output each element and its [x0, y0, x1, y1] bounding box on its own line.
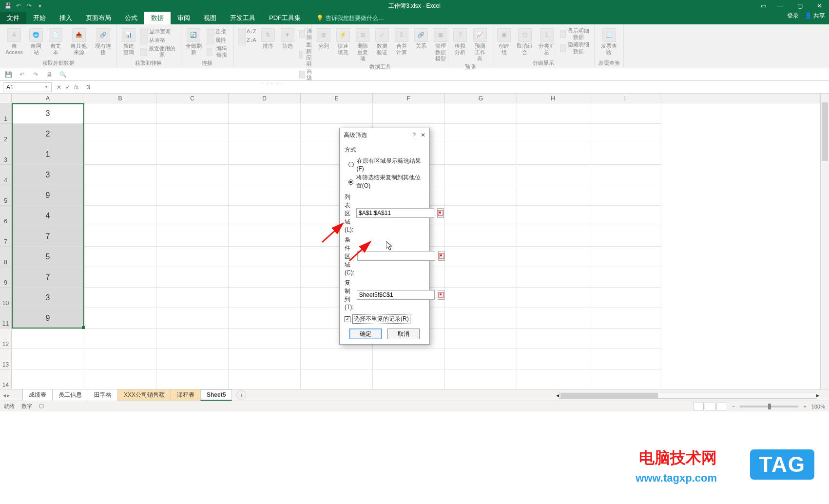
sheet-tab[interactable]: 员工信息 [52, 389, 88, 401]
cell[interactable] [517, 185, 589, 206]
name-box[interactable]: A1 ▼ [3, 82, 52, 92]
properties-button[interactable]: 属性 [206, 36, 231, 45]
cell[interactable] [445, 267, 517, 288]
scroll-right-icon[interactable]: ▸ [816, 392, 819, 399]
scroll-thumb[interactable] [560, 393, 658, 398]
remove-duplicates-button[interactable]: ▤删除重复项 [354, 27, 371, 63]
zoom-in-button[interactable]: + [803, 404, 806, 409]
cell[interactable] [84, 226, 156, 247]
cell[interactable] [84, 185, 156, 206]
cell[interactable] [589, 103, 661, 124]
cell[interactable] [517, 349, 589, 369]
cell[interactable] [589, 288, 661, 308]
show-detail-button[interactable]: 显示明细数据 [559, 27, 592, 41]
maximize-button[interactable]: ▢ [790, 0, 810, 12]
cell[interactable] [229, 103, 301, 124]
row-header[interactable]: 7 [0, 226, 11, 247]
sort-za-button[interactable]: Z↓A [237, 36, 257, 45]
cell[interactable] [229, 185, 301, 206]
cell[interactable] [12, 349, 84, 369]
row-header[interactable]: 6 [0, 206, 11, 226]
zoom-slider[interactable] [740, 406, 798, 407]
recent-sources-button[interactable]: 最近使用的源 [139, 45, 177, 58]
cell[interactable]: 2 [12, 124, 84, 144]
from-other-button[interactable]: 📥自其他来源 [66, 27, 91, 57]
cell[interactable] [589, 124, 661, 144]
from-text-button[interactable]: 📄自文本 [47, 27, 64, 57]
help-icon[interactable]: ? [412, 132, 416, 138]
close-window-button[interactable]: ✕ [810, 0, 829, 12]
cell[interactable] [229, 124, 301, 144]
consolidate-button[interactable]: Σ合并计算 [393, 27, 410, 57]
cell[interactable] [84, 103, 156, 124]
cell[interactable] [156, 267, 229, 288]
cell[interactable] [445, 369, 517, 389]
cell[interactable] [445, 329, 517, 349]
add-sheet-button[interactable]: + [236, 390, 246, 400]
row-header[interactable]: 9 [0, 267, 11, 288]
row-header[interactable]: 13 [0, 349, 11, 369]
chevron-down-icon[interactable]: ▼ [44, 85, 48, 89]
cell[interactable] [589, 369, 661, 389]
cell[interactable] [517, 329, 589, 349]
cell[interactable]: 9 [12, 308, 84, 329]
cell[interactable] [301, 103, 373, 124]
slider-thumb[interactable] [768, 404, 771, 409]
cell[interactable] [84, 329, 156, 349]
cell[interactable] [156, 103, 229, 124]
cell[interactable]: 7 [12, 226, 84, 247]
cell[interactable] [12, 329, 84, 349]
range-picker-button[interactable] [437, 208, 444, 218]
cell[interactable] [445, 247, 517, 267]
hide-detail-button[interactable]: 隐藏明细数据 [559, 41, 592, 55]
login-link[interactable]: 登录 [787, 12, 799, 20]
cell[interactable] [517, 124, 589, 144]
cell[interactable] [84, 267, 156, 288]
tab-file[interactable]: 文件 [0, 12, 26, 24]
cell[interactable]: 3 [12, 288, 84, 308]
redo-icon[interactable]: ↷ [25, 2, 33, 10]
column-header[interactable]: F [373, 94, 445, 103]
zoom-out-button[interactable]: − [732, 404, 735, 409]
cell[interactable] [156, 206, 229, 226]
cell[interactable] [517, 144, 589, 165]
cell[interactable] [589, 226, 661, 247]
cell[interactable] [589, 206, 661, 226]
cell[interactable] [517, 165, 589, 185]
whatif-button[interactable]: ?模拟分析 [451, 27, 469, 57]
tab-insert[interactable]: 插入 [53, 12, 79, 24]
cell[interactable] [229, 329, 301, 349]
row-header[interactable]: 1 [0, 103, 11, 124]
cell[interactable] [229, 206, 301, 226]
cell[interactable] [156, 165, 229, 185]
row-header[interactable]: 2 [0, 124, 11, 144]
column-header[interactable]: D [229, 94, 301, 103]
cell[interactable] [301, 369, 373, 389]
tab-pagelayout[interactable]: 页面布局 [79, 12, 118, 24]
range-picker-button[interactable] [438, 290, 444, 300]
cell[interactable] [517, 103, 589, 124]
cancel-formula-icon[interactable]: ✕ [57, 84, 61, 91]
ribbon-options-icon[interactable]: ▭ [756, 0, 771, 12]
cell[interactable] [84, 349, 156, 369]
normal-view-button[interactable] [693, 403, 704, 410]
cell[interactable] [445, 165, 517, 185]
cell[interactable] [445, 349, 517, 369]
cell[interactable]: 9 [12, 185, 84, 206]
preview-icon[interactable]: 🔍 [58, 70, 67, 79]
range-picker-button[interactable] [438, 251, 445, 261]
relationships-button[interactable]: 🔗关系 [412, 27, 430, 50]
zoom-level[interactable]: 100% [811, 404, 825, 409]
tab-pdf[interactable]: PDF工具集 [262, 12, 308, 24]
cell[interactable] [84, 308, 156, 329]
forecast-button[interactable]: 📈预测工作表 [471, 27, 489, 63]
save-icon[interactable]: 💾 [4, 2, 12, 10]
cell[interactable] [156, 349, 229, 369]
sheet-tab[interactable]: XXX公司销售额 [117, 389, 171, 401]
cell[interactable] [156, 329, 229, 349]
vertical-scrollbar[interactable] [820, 94, 829, 389]
cell[interactable] [589, 165, 661, 185]
sheet-tab[interactable]: Sheet5 [200, 389, 232, 401]
close-icon[interactable]: ✕ [421, 132, 425, 138]
data-model-button[interactable]: ▦管理数据模型 [432, 27, 449, 63]
